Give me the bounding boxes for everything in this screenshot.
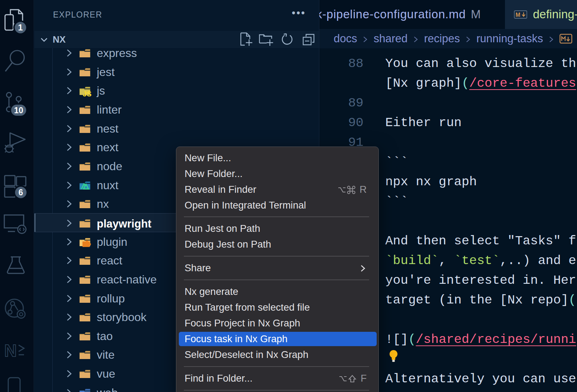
svg-text:N: N	[4, 341, 17, 359]
svg-text:M: M	[516, 12, 520, 18]
svg-text:JS: JS	[83, 90, 91, 98]
